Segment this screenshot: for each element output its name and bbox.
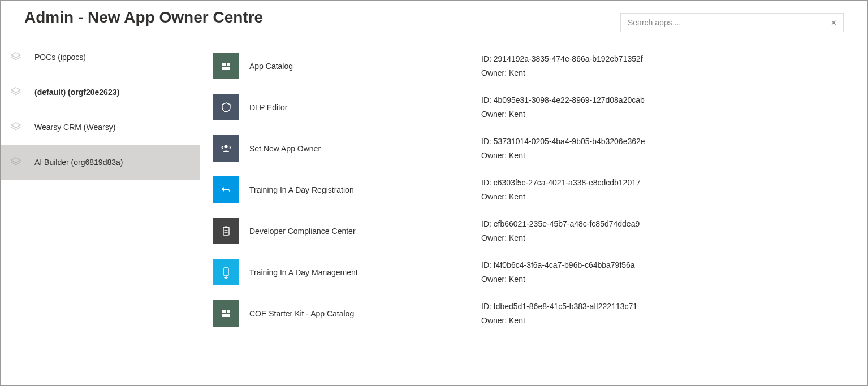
app-row[interactable]: COE Starter Kit - App CatalogID: fdbed5d… (213, 293, 858, 334)
undo-icon (213, 176, 239, 203)
search-wrap: ✕ (620, 13, 844, 32)
grid-app-icon (213, 53, 239, 79)
app-row[interactable]: App CatalogID: 2914192a-3835-474e-866a-b… (213, 45, 858, 86)
environments-sidebar: POCs (ippocs)(default) (orgf20e2623)Wear… (1, 37, 200, 385)
layers-icon (10, 121, 22, 133)
search-input[interactable] (620, 13, 844, 32)
sidebar-item-label: AI Builder (org6819d83a) (34, 158, 191, 167)
phone-down-icon (213, 259, 239, 285)
app-meta: ID: 53731014-0205-4ba4-9b05-b4b3206e362e… (481, 136, 645, 161)
app-owner: Owner: Kent (481, 191, 641, 202)
sidebar-item-label: POCs (ippocs) (34, 53, 191, 62)
sidebar-item-default[interactable]: (default) (orgf20e2623) (1, 75, 200, 110)
sidebar-item-label: Wearsy CRM (Wearsy) (34, 123, 191, 132)
app-owner: Owner: Kent (481, 274, 635, 285)
app-meta: ID: 2914192a-3835-474e-866a-b192eb71352f… (481, 53, 643, 79)
body: POCs (ippocs)(default) (orgf20e2623)Wear… (1, 37, 867, 385)
app-id: ID: 4b095e31-3098-4e22-8969-127d08a20cab (481, 94, 645, 106)
layers-icon (10, 51, 22, 63)
header: Admin - New App Owner Centre ✕ (1, 1, 867, 37)
app-id: ID: 53731014-0205-4ba4-9b05-b4b3206e362e (481, 136, 645, 147)
app-owner: Owner: Kent (481, 150, 645, 161)
app-id: ID: c6303f5c-27ca-4021-a338-e8cdcdb12017 (481, 177, 641, 188)
app-meta: ID: 4b095e31-3098-4e22-8969-127d08a20cab… (481, 94, 645, 120)
app-row[interactable]: Developer Compliance CenterID: efb66021-… (213, 210, 858, 251)
app-window: Admin - New App Owner Centre ✕ POCs (ipp… (0, 0, 868, 386)
layers-icon (10, 156, 22, 168)
app-owner: Owner: Kent (481, 67, 643, 79)
app-name: Training In A Day Registration (249, 185, 481, 194)
app-name: COE Starter Kit - App Catalog (249, 309, 481, 318)
app-row[interactable]: Training In A Day ManagementID: f4f0b6c4… (213, 251, 858, 293)
sidebar-item-pocs[interactable]: POCs (ippocs) (1, 40, 200, 75)
app-row[interactable]: Set New App OwnerID: 53731014-0205-4ba4-… (213, 128, 858, 169)
app-name: DLP Editor (249, 103, 481, 112)
layers-icon (10, 86, 22, 98)
app-owner: Owner: Kent (481, 232, 640, 244)
app-name: Training In A Day Management (249, 268, 481, 277)
grid-app-icon (213, 300, 239, 327)
app-id: ID: f4f0b6c4-3f6a-4ca7-b96b-c64bba79f56a (481, 259, 635, 271)
app-row[interactable]: DLP EditorID: 4b095e31-3098-4e22-8969-12… (213, 86, 858, 128)
app-meta: ID: c6303f5c-27ca-4021-a338-e8cdcdb12017… (481, 177, 641, 202)
app-id: ID: efb66021-235e-45b7-a48c-fc85d74ddea9 (481, 218, 640, 229)
app-meta: ID: fdbed5d1-86e8-41c5-b383-aff222113c71… (481, 301, 637, 326)
app-owner: Owner: Kent (481, 109, 645, 120)
clear-search-icon[interactable]: ✕ (828, 17, 839, 29)
clipboard-icon (213, 218, 239, 244)
app-name: Set New App Owner (249, 144, 481, 153)
sidebar-item-wearsy[interactable]: Wearsy CRM (Wearsy) (1, 110, 200, 145)
app-id: ID: fdbed5d1-86e8-41c5-b383-aff222113c71 (481, 301, 637, 312)
app-row[interactable]: Training In A Day RegistrationID: c6303f… (213, 169, 858, 210)
person-transfer-icon (213, 135, 239, 162)
sidebar-item-label: (default) (orgf20e2623) (34, 88, 191, 97)
app-id: ID: 2914192a-3835-474e-866a-b192eb71352f (481, 53, 643, 64)
app-name: Developer Compliance Center (249, 227, 481, 236)
app-name: App Catalog (249, 62, 481, 71)
sidebar-item-aibuilder[interactable]: AI Builder (org6819d83a) (1, 145, 200, 180)
shield-icon (213, 94, 239, 120)
app-meta: ID: f4f0b6c4-3f6a-4ca7-b96b-c64bba79f56a… (481, 259, 635, 285)
app-meta: ID: efb66021-235e-45b7-a48c-fc85d74ddea9… (481, 218, 640, 244)
apps-list: App CatalogID: 2914192a-3835-474e-866a-b… (200, 37, 867, 385)
app-owner: Owner: Kent (481, 315, 637, 326)
